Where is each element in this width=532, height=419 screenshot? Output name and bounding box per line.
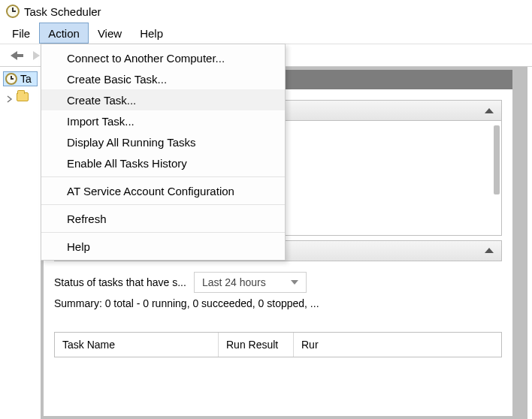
menu-display-running[interactable]: Display All Running Tasks [41,131,285,152]
tree-pane: Ta [0,67,41,419]
status-range-select[interactable]: Last 24 hours [194,272,307,293]
action-dropdown: Connect to Another Computer... Create Ba… [41,44,286,261]
scrollbar-thumb[interactable] [494,125,500,194]
tree-root[interactable]: Ta [3,71,38,86]
chevron-down-icon [291,280,298,285]
menu-separator [41,176,285,177]
status-filter-row: Status of tasks that have s... Last 24 h… [54,272,502,293]
status-range-value: Last 24 hours [202,276,266,288]
summary-line: Summary: 0 total - 0 running, 0 succeede… [54,297,502,309]
menu-import-task[interactable]: Import Task... [41,110,285,131]
collapse-icon [485,108,494,113]
collapse-icon [485,248,494,253]
menu-file[interactable]: File [3,23,39,44]
tree-root-label: Ta [20,73,32,85]
window-title: Task Scheduler [24,5,101,18]
menu-bar: File Action View Help [0,23,532,44]
arrow-left-icon [11,51,17,60]
menu-view[interactable]: View [89,23,131,44]
menu-create-basic-task[interactable]: Create Basic Task... [41,68,285,89]
col-task-name[interactable]: Task Name [55,333,219,357]
tree-child[interactable] [3,89,38,104]
menu-separator [41,232,285,233]
menu-enable-history[interactable]: Enable All Tasks History [41,152,285,173]
col-run-truncated[interactable]: Rur [294,333,501,357]
menu-create-task[interactable]: Create Task... [41,89,285,110]
status-label: Status of tasks that have s... [54,276,186,288]
menu-refresh[interactable]: Refresh [41,208,285,229]
menu-connect[interactable]: Connect to Another Computer... [41,47,285,68]
col-run-result[interactable]: Run Result [219,333,294,357]
menu-action[interactable]: Action [39,23,89,44]
expand-caret-icon[interactable] [6,93,14,101]
folder-icon [17,92,29,101]
menu-separator [41,204,285,205]
task-table-header: Task Name Run Result Rur [55,333,501,357]
clock-icon [5,73,17,85]
arrow-right-icon [33,51,40,60]
title-bar: Task Scheduler [0,0,532,23]
nav-back-button[interactable] [5,47,23,64]
task-table: Task Name Run Result Rur [54,332,502,357]
menu-at-service[interactable]: AT Service Account Configuration [41,180,285,201]
menu-help-item[interactable]: Help [41,236,285,257]
app-clock-icon [6,5,20,18]
menu-help[interactable]: Help [131,23,172,44]
